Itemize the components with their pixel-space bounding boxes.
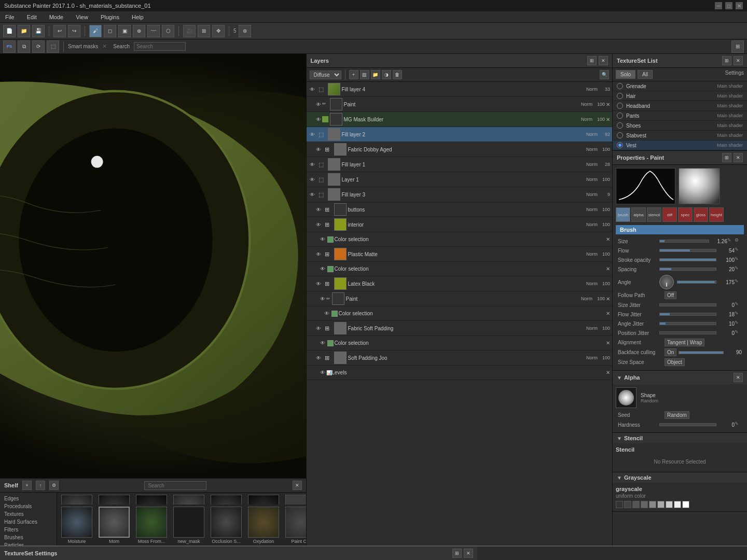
paint-tool[interactable]: 🖌 [89,25,102,37]
layer-vis-icon[interactable]: 👁 [315,101,322,108]
grayscale-swatch[interactable] [632,501,640,508]
selection-tool[interactable]: ⊞ [198,25,210,37]
layer-delete-btn[interactable]: ✕ [606,236,610,242]
fill-tool[interactable]: ▣ [118,25,131,37]
close-button[interactable]: ✕ [736,2,743,9]
menu-file[interactable]: File [2,13,18,21]
brush-tab-brush[interactable]: brush [616,207,630,222]
delete-layer-btn[interactable]: 🗑 [393,70,402,79]
layer-delete-btn[interactable]: ✕ [606,340,610,346]
menu-view[interactable]: View [73,13,91,21]
grayscale-swatch[interactable] [666,501,673,508]
history-btn[interactable]: ⟳ [32,40,45,53]
props-options[interactable]: ⊞ [722,153,731,162]
alpha-section-header[interactable]: ▼ Alpha ✕ [613,371,747,384]
menu-edit[interactable]: Edit [24,13,40,21]
ts-list-options[interactable]: ⊞ [722,56,731,65]
layers-search-btn[interactable]: 🔍 [600,70,609,79]
prop-spacing-edit[interactable]: ✎ [735,265,742,273]
add-paint-layer-btn[interactable]: + [349,70,358,79]
layer-vis-icon[interactable]: 👁 [309,176,316,183]
shelf-item-new-mask[interactable]: new_mask [171,507,206,544]
layers-close-btn[interactable]: ✕ [599,56,608,65]
prop-backface-slider[interactable] [679,351,724,354]
layer-vis-icon[interactable]: 👁 [315,280,322,287]
prop-stroke-opacity-edit[interactable]: ✎ [735,256,742,263]
shelf-import-btn[interactable]: ↑ [36,481,45,490]
layer-vis-icon[interactable]: 👁 [315,325,322,332]
eraser-tool[interactable]: ◻ [104,25,116,37]
layer-buttons[interactable]: 👁 ⊞ buttons Norm 100 [307,202,613,217]
ts-row-headband[interactable]: Headband Main shader [613,101,747,111]
shelf-item-edges-dusty[interactable]: Edges Dusty [59,495,94,505]
geometry-tool[interactable]: ⬡ [162,25,174,37]
brush-options[interactable]: ⊛ [239,25,251,37]
shelf-group-hard[interactable]: Hard Surfaces [2,518,54,526]
ts-radio-headband[interactable] [617,103,623,109]
brush-tab-height[interactable]: height [709,207,724,222]
layer-color-sel4[interactable]: 👁 Color selection ✕ [307,336,613,351]
layer-mg-mask[interactable]: 👁 MG Mask Builder Norm 100 ✕ [307,112,613,127]
shelf-item-occlusion[interactable]: Occlusion S... [209,507,244,544]
prop-position-jitter-slider[interactable] [659,331,716,334]
grayscale-swatch[interactable] [641,501,648,508]
prop-flow-edit[interactable]: ✎ [735,247,742,254]
prop-alignment-dropdown[interactable]: Tangent | Wrap [665,339,704,346]
ts-radio-shoes[interactable] [617,122,623,129]
layer-color-sel3[interactable]: 👁 Color selection ✕ [307,306,613,321]
layer-vis-icon[interactable]: 👁 [309,191,316,198]
menu-plugins[interactable]: Plugins [98,13,122,21]
ts-settings-btn[interactable]: Settings [725,70,744,79]
brush-tab-alpha[interactable]: alpha [631,207,646,222]
prop-flow-jitter-slider[interactable] [659,313,716,316]
shelf-item-edges-uber[interactable]: Edges Uber [209,495,244,505]
ts-row-hair[interactable]: Hair Main shader [613,91,747,101]
minimize-button[interactable]: ─ [715,2,722,9]
layer-paint2[interactable]: 👁 ✏ Paint Norm 100 ✕ [307,291,613,306]
props-close[interactable]: ✕ [734,153,743,162]
layer-fill1[interactable]: 👁 ⬚ Fill layer 1 Norm 28 [307,157,613,172]
prop-angle-jitter-edit[interactable]: ✎ [735,320,742,327]
layer-fill3[interactable]: 👁 ⬚ Fill layer 3 Norm 9 [307,187,613,202]
add-fill-layer-btn[interactable]: ▨ [360,70,369,79]
shelf-item-moisture[interactable]: Moisture [59,507,94,544]
redo-button[interactable]: ↪ [68,25,80,37]
prop-size-space-dropdown[interactable]: Object [665,358,685,366]
grayscale-swatch[interactable] [657,501,665,508]
search-input[interactable] [134,42,186,51]
layer-vis-icon[interactable]: 👁 [319,295,326,302]
prop-size-jitter-edit[interactable]: ✎ [735,301,742,309]
layer-vis-icon[interactable]: 👁 [315,206,322,213]
ts-radio-grenade[interactable] [617,83,623,89]
layer-plastic[interactable]: 👁 ⊞ Plastic Matte Norm 100 [307,247,613,262]
ts-radio-hair[interactable] [617,93,623,99]
smudge-tool[interactable]: 〰 [147,25,160,37]
layer-vis-icon[interactable]: 👁 [315,116,322,123]
angle-knob[interactable] [659,275,674,289]
shelf-item-fabric-edge[interactable]: Fabric Edge ... [246,495,281,505]
tsset-close[interactable]: ✕ [464,549,473,558]
prop-angle-jitter-slider[interactable] [659,322,716,325]
ts-radio-pants[interactable] [617,113,623,119]
grayscale-section-header[interactable]: ▼ Grayscale [613,472,747,483]
ts-tab-solo[interactable]: Solo [616,70,635,79]
ts-row-vest[interactable]: Vest Main shader [613,141,747,150]
layer-layer1[interactable]: 👁 ⬚ Layer 1 Norm 100 [307,172,613,187]
layer-delete-btn[interactable]: ✕ [606,296,610,302]
undo-button[interactable]: ↩ [53,25,66,37]
open-button[interactable]: 📁 [18,25,30,37]
layer-levels[interactable]: 👁 📊 Levels ✕ [307,366,613,380]
shelf-item-mom[interactable]: Mom [96,507,132,544]
shelf-item-edges-subtle[interactable]: Edges Subtle [171,495,206,505]
shelf-settings-btn[interactable]: ⚙ [49,481,59,490]
prop-angle-edit[interactable]: ✎ [735,278,742,286]
ts-list-close[interactable]: ✕ [734,56,743,65]
tsset-options[interactable]: ⊞ [452,549,462,558]
brush-tab-stencil[interactable]: stencil [647,207,661,222]
layer-vis-icon[interactable]: 👁 [319,340,326,347]
prop-spacing-slider[interactable] [659,268,716,271]
shelf-item-oxydation[interactable]: Oxydation [246,507,281,544]
viewport[interactable]: Material [0,54,306,478]
layer-delete-btn[interactable]: ✕ [606,311,610,316]
grayscale-swatch[interactable] [624,501,631,508]
